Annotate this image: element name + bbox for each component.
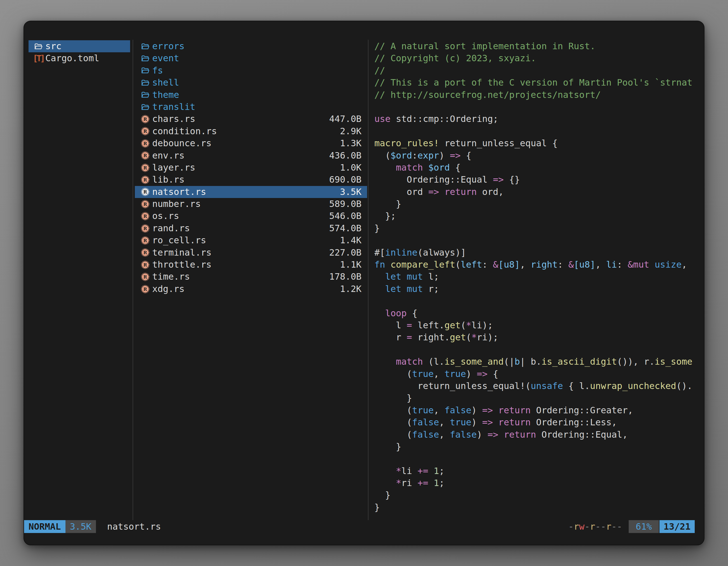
dir-row-event[interactable]: event — [135, 52, 367, 64]
entry-name: env.rs — [152, 150, 185, 162]
code-token: Ordering::Greater, — [531, 405, 633, 415]
entry-name: xdg.rs — [152, 283, 185, 295]
file-row-os.rs[interactable]: Ros.rs546.0B — [135, 210, 367, 222]
code-token — [428, 466, 434, 476]
code-token: ( — [455, 259, 461, 270]
code-token: is_ascii_digit — [541, 356, 617, 367]
code-token: => — [482, 417, 493, 427]
code-line: // http://sourcefrog.net/projects/natsor… — [374, 89, 701, 101]
scroll-percent-badge: 61% — [629, 520, 659, 533]
code-token: } — [374, 490, 391, 500]
code-token: right — [531, 259, 558, 270]
dir-row-errors[interactable]: errors — [135, 40, 367, 52]
code-token: right. — [412, 332, 450, 342]
file-row-lib.rs[interactable]: Rlib.rs690.0B — [135, 174, 367, 186]
dir-row-src[interactable]: src — [29, 40, 130, 52]
entry-name: terminal.rs — [152, 247, 212, 259]
code-line — [374, 234, 701, 247]
dir-row-theme[interactable]: theme — [135, 89, 367, 101]
entry-size: 3.5K — [340, 186, 367, 198]
code-token: macro_rules! — [374, 138, 439, 149]
rust-icon: R — [140, 139, 150, 148]
file-row-debounce.rs[interactable]: Rdebounce.rs1.3K — [135, 137, 367, 149]
code-token: Ordering::Less, — [531, 417, 617, 427]
rust-icon: R — [140, 151, 150, 160]
code-token: ( — [466, 332, 471, 342]
parent-pane[interactable]: src[T]Cargo.toml — [29, 40, 130, 65]
svg-text:R: R — [143, 141, 147, 146]
file-row-ro_cell.rs[interactable]: Rro_cell.rs1.4K — [135, 234, 367, 247]
code-token: match — [396, 162, 423, 173]
code-token: left. — [412, 320, 445, 330]
code-token: unsafe — [531, 380, 563, 391]
svg-text:R: R — [143, 117, 147, 122]
code-token: true — [412, 368, 434, 379]
dir-row-shell[interactable]: shell — [135, 77, 367, 89]
entry-name: event — [152, 52, 179, 64]
entry-size: 574.0B — [329, 222, 367, 234]
code-line: #[inline(always)] — [374, 247, 701, 259]
svg-text:R: R — [143, 153, 147, 158]
code-line: // Copyright (c) 2023, sxyazi. — [374, 52, 701, 64]
code-token: = — [407, 332, 412, 342]
code-token: l; — [423, 271, 439, 282]
code-token: let — [385, 283, 401, 294]
file-row-xdg.rs[interactable]: Rxdg.rs1.2K — [135, 283, 367, 295]
file-row-rand.rs[interactable]: Rrand.rs574.0B — [135, 222, 367, 234]
code-token: => — [450, 150, 461, 161]
code-token: ri); — [477, 332, 498, 342]
code-line: } — [374, 392, 701, 404]
code-token: is_some_and — [444, 356, 504, 367]
code-token — [649, 259, 655, 270]
code-token: true — [444, 368, 466, 379]
rust-icon: R — [140, 248, 150, 257]
code-token: : — [482, 259, 493, 270]
file-row-Cargo.toml[interactable]: [T]Cargo.toml — [29, 52, 130, 64]
preview-pane[interactable]: // A natural sort implementation in Rust… — [374, 40, 701, 513]
code-line: use std::cmp::Ordering; — [374, 113, 701, 125]
code-token: true — [412, 405, 434, 415]
code-token: => — [493, 174, 504, 185]
mode-badge: NORMAL — [24, 520, 65, 533]
code-line: (false, true) => return Ordering::Less, — [374, 416, 701, 428]
file-row-condition.rs[interactable]: Rcondition.rs2.9K — [135, 125, 367, 137]
code-token: * — [466, 320, 471, 330]
file-row-natsort.rs[interactable]: Rnatsort.rs3.5K — [135, 186, 367, 198]
code-token: r — [374, 332, 407, 342]
code-token: Ordering::Equal, — [536, 429, 628, 440]
file-row-throttle.rs[interactable]: Rthrottle.rs1.1K — [135, 259, 367, 271]
code-token: $ord — [391, 150, 412, 161]
folder-open-icon — [140, 54, 150, 63]
svg-text:R: R — [143, 214, 147, 219]
code-line: } — [374, 198, 701, 210]
code-line: Ordering::Equal => {} — [374, 174, 701, 186]
code-token: fn — [374, 259, 385, 270]
entry-name: natsort.rs — [152, 186, 206, 198]
entry-name: number.rs — [152, 198, 201, 210]
code-token: [u8] — [574, 259, 595, 270]
file-row-env.rs[interactable]: Renv.rs436.0B — [135, 150, 367, 162]
code-token: } — [374, 502, 380, 513]
file-row-chars.rs[interactable]: Rchars.rs447.0B — [135, 113, 367, 125]
code-token: : — [617, 259, 628, 270]
entry-size: 1.2K — [340, 283, 367, 295]
current-pane[interactable]: errors event fs shell theme translit Rch… — [135, 40, 367, 295]
code-token: match — [396, 356, 423, 367]
file-row-layer.rs[interactable]: Rlayer.rs1.0K — [135, 162, 367, 174]
entry-name: chars.rs — [152, 113, 195, 125]
code-token — [374, 283, 385, 294]
file-row-number.rs[interactable]: Rnumber.rs589.0B — [135, 198, 367, 210]
dir-row-fs[interactable]: fs — [135, 65, 367, 77]
code-token: return_unless_equal!( — [374, 380, 531, 391]
dir-row-translit[interactable]: translit — [135, 101, 367, 113]
code-token — [423, 162, 428, 173]
code-token: * — [471, 332, 477, 342]
code-token: usize — [655, 259, 682, 270]
code-token — [385, 259, 391, 270]
svg-text:R: R — [143, 250, 147, 255]
file-row-time.rs[interactable]: Rtime.rs178.0B — [135, 271, 367, 283]
rust-icon: R — [140, 114, 150, 124]
file-row-terminal.rs[interactable]: Rterminal.rs227.0B — [135, 247, 367, 259]
rust-icon: R — [140, 163, 150, 173]
folder-open-icon — [140, 66, 150, 75]
